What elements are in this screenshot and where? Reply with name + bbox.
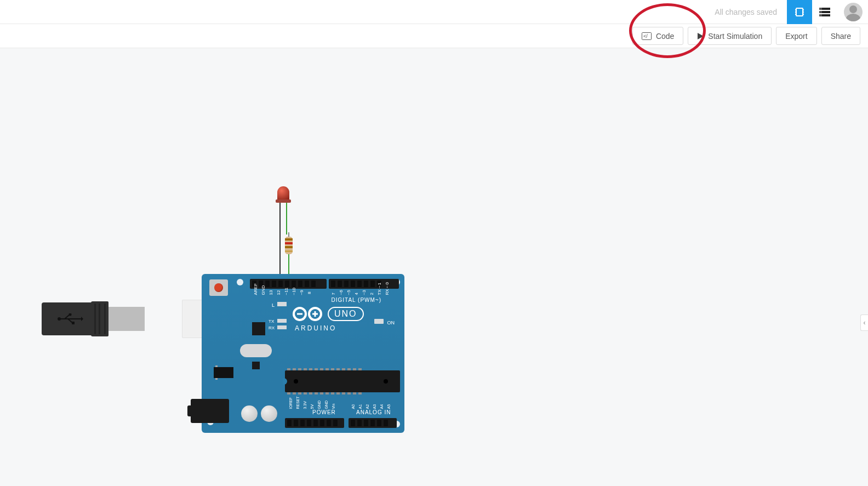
top-bar: All changes saved [0,0,868,24]
svg-marker-18 [81,317,83,321]
reset-button[interactable] [209,279,228,296]
svg-rect-11 [819,11,822,13]
arduino-brand-text: ARDUINO [295,324,336,332]
svg-line-19 [65,315,69,319]
power-header[interactable] [285,418,344,428]
tx-led [277,319,287,323]
top-pin-labels-left: AREFGND1312~11~10~98 [253,290,311,295]
led-component[interactable] [277,186,289,201]
l-led-label: L [272,302,275,308]
start-simulation-button[interactable]: Start Simulation [688,27,772,45]
capacitor [261,405,277,422]
code-button[interactable]: </ Code [632,27,683,45]
analog-section-label: ANALOG IN [356,409,391,415]
top-pin-labels-right: 7~6~54~32TX→1RX←0 [331,290,389,295]
digital-section-label: DIGITAL (PWM~) [332,297,382,303]
analog-header[interactable] [349,418,397,428]
uno-badge: UNO [328,307,364,321]
capacitors [241,405,277,422]
infinity-icon [293,306,322,322]
small-chip [252,362,260,369]
usb-controller-chip [252,322,265,335]
action-bar: </ Code Start Simulation Export Share [0,24,868,48]
power-pin-labels: IOREFRESET3.3V5VGNDGNDVin [288,405,335,409]
user-avatar[interactable] [844,3,863,21]
play-icon [697,33,704,39]
tx-led-label: TX [269,319,274,324]
export-label: Export [785,32,807,41]
led-cathode-wire [279,203,281,281]
resistor-lead-top [288,232,289,237]
svg-marker-15 [698,33,704,39]
atmega-microcontroller [285,370,400,392]
share-label: Share [831,32,851,41]
svg-rect-22 [72,322,75,324]
list-icon [819,7,831,17]
svg-rect-0 [796,8,803,16]
rx-led-label: RX [269,325,275,330]
on-led [374,319,384,324]
components-view-toggle[interactable] [787,0,812,24]
code-icon: </ [642,32,652,40]
code-label: Code [656,32,674,41]
led-bulb [277,186,289,201]
arduino-uno-board[interactable]: AREFGND1312~11~10~98 7~6~54~32TX→1RX←0 D… [202,274,404,433]
crystal-oscillator [240,344,272,357]
capacitor [241,405,258,422]
resistor-component[interactable] [285,232,293,281]
resistor-body [285,237,293,254]
usb-icon [57,313,83,327]
voltage-regulator [214,367,233,378]
chip-icon [793,6,806,18]
start-sim-label: Start Simulation [708,32,762,41]
analog-pin-labels: A0A1A2A3A4A5 [351,405,391,409]
svg-rect-12 [819,14,822,16]
arduino-logo: UNO [293,306,364,322]
led-anode-wire [286,203,287,235]
on-led-label: ON [387,320,395,325]
dc-power-jack [191,399,229,423]
rx-led [277,325,287,329]
circuit-canvas[interactable]: ‹ [0,48,868,486]
expand-components-panel[interactable]: ‹ [860,315,868,331]
schematic-view-toggle[interactable] [812,0,837,24]
svg-text:</: </ [643,33,648,39]
power-section-label: POWER [312,409,336,415]
svg-line-21 [68,319,72,323]
save-status: All changes saved [715,8,777,16]
export-button[interactable]: Export [776,27,816,45]
svg-rect-10 [819,8,822,10]
mount-hole [237,279,243,285]
share-button[interactable]: Share [821,27,860,45]
l-led [277,302,287,306]
